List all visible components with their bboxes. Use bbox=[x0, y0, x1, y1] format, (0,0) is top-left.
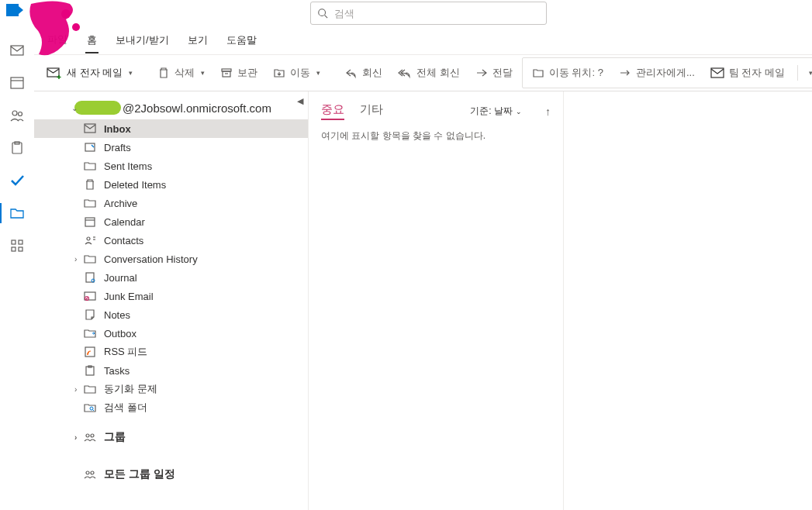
left-rail bbox=[0, 34, 34, 510]
outbox-icon bbox=[84, 328, 96, 339]
rail-calendar[interactable] bbox=[0, 67, 34, 99]
expand-icon: › bbox=[74, 255, 77, 264]
svg-point-10 bbox=[12, 111, 17, 115]
groups-label: 그룹 bbox=[104, 430, 126, 444]
folder-sent[interactable]: Sent Items bbox=[34, 157, 308, 175]
reply-all-icon bbox=[398, 67, 412, 79]
team-mail-label: 팀 전자 메일 bbox=[729, 66, 785, 80]
rail-more[interactable] bbox=[0, 229, 34, 262]
folder-journal[interactable]: Journal bbox=[34, 268, 308, 287]
move-label: 이동 bbox=[290, 66, 310, 80]
svg-point-11 bbox=[18, 112, 22, 116]
rail-todo[interactable] bbox=[0, 164, 34, 197]
forward-button[interactable]: 전달 bbox=[469, 63, 519, 83]
menu-bar: 파일 홈 보내기/받기 보기 도움말 bbox=[0, 26, 812, 54]
folder-drafts[interactable]: Drafts bbox=[34, 138, 308, 157]
team-mail-button[interactable]: 팀 전자 메일 bbox=[704, 63, 791, 83]
folder-notes[interactable]: Notes bbox=[34, 305, 308, 324]
tab-help[interactable]: 도움말 bbox=[217, 27, 266, 53]
reply-all-button[interactable]: 전체 회신 bbox=[392, 63, 466, 83]
archive-button[interactable]: 보관 bbox=[214, 63, 264, 83]
folder-outbox[interactable]: Outbox bbox=[34, 324, 308, 343]
folder-junk[interactable]: Junk Email bbox=[34, 287, 308, 305]
svg-rect-32 bbox=[86, 273, 94, 282]
search-folder-icon bbox=[84, 402, 96, 413]
account-header[interactable]: ⌄ @2Jobsowl.onmicrosoft.com bbox=[34, 91, 308, 119]
svg-rect-39 bbox=[86, 367, 94, 375]
folder-conversation-history[interactable]: › Conversation History bbox=[34, 250, 308, 268]
chevron-down-icon: ⌄ bbox=[516, 108, 522, 115]
svg-rect-4 bbox=[11, 46, 23, 55]
chevron-down-icon: ▾ bbox=[129, 69, 133, 77]
folder-calendar[interactable]: Calendar bbox=[34, 212, 308, 231]
svg-point-45 bbox=[86, 471, 89, 474]
search-box[interactable] bbox=[310, 2, 547, 25]
folder-archive[interactable]: Archive bbox=[34, 194, 308, 212]
tab-view[interactable]: 보기 bbox=[178, 27, 217, 53]
message-list-pane: 중요 기타 기준: 날짜 ⌄ ↑ 여기에 표시할 항목을 찾을 수 없습니다. bbox=[309, 91, 564, 510]
folder-sync-issues[interactable]: › 동기화 문제 bbox=[34, 380, 308, 398]
svg-point-41 bbox=[90, 407, 93, 410]
reply-button[interactable]: 회신 bbox=[339, 63, 389, 83]
new-mail-button[interactable]: 새 전자 메일 ▾ bbox=[40, 63, 139, 83]
svg-rect-17 bbox=[19, 247, 22, 251]
account-domain: @2Jobsowl.onmicrosoft.com bbox=[123, 102, 271, 115]
delete-label: 삭제 bbox=[174, 66, 195, 80]
folder-label: Notes bbox=[104, 309, 130, 321]
chevron-down-icon[interactable]: ▾ bbox=[806, 69, 812, 77]
redacted-name bbox=[74, 101, 121, 115]
folder-deleted[interactable]: Deleted Items bbox=[34, 175, 308, 194]
tasks-icon bbox=[84, 365, 96, 376]
expand-icon: ⌄ bbox=[71, 104, 78, 112]
svg-rect-27 bbox=[85, 218, 95, 226]
svg-line-42 bbox=[93, 410, 95, 412]
folder-label: Tasks bbox=[104, 365, 130, 377]
mail-plus-icon bbox=[47, 67, 62, 79]
delete-button[interactable]: 삭제 ▾ bbox=[151, 63, 211, 83]
folder-label: Drafts bbox=[104, 142, 131, 153]
sort-direction-toggle[interactable]: ↑ bbox=[545, 105, 551, 118]
folder-label: Outbox bbox=[104, 328, 136, 339]
sort-button[interactable]: 기준: 날짜 ⌄ bbox=[470, 105, 522, 118]
folder-search-folders[interactable]: 검색 폴더 bbox=[34, 398, 308, 417]
folder-rss[interactable]: RSS 피드 bbox=[34, 343, 308, 361]
folder-label: Conversation History bbox=[104, 253, 198, 265]
tab-file[interactable]: 파일 bbox=[37, 26, 78, 53]
rail-people[interactable] bbox=[0, 99, 34, 132]
folder-icon bbox=[84, 160, 96, 171]
trash-icon bbox=[84, 179, 96, 190]
svg-rect-5 bbox=[11, 78, 23, 88]
move-folder-icon bbox=[532, 67, 544, 79]
all-group-label: 모든 그룹 일정 bbox=[104, 467, 175, 481]
rail-tasks[interactable] bbox=[0, 132, 34, 164]
mail-icon bbox=[710, 67, 724, 78]
all-group-calendar[interactable]: 모든 그룹 일정 bbox=[34, 463, 308, 485]
groups-header[interactable]: › 그룹 bbox=[34, 426, 308, 448]
folder-icon bbox=[84, 198, 96, 208]
archive-label: 보관 bbox=[237, 66, 257, 80]
new-mail-label: 새 전자 메일 bbox=[67, 66, 123, 80]
folder-inbox[interactable]: Inbox bbox=[34, 119, 308, 138]
folder-label: Archive bbox=[104, 198, 137, 209]
pivot-focused[interactable]: 중요 bbox=[321, 102, 344, 120]
to-manager-button[interactable]: 관리자에게... bbox=[613, 63, 701, 83]
folder-tasks[interactable]: Tasks bbox=[34, 361, 308, 380]
chevron-down-icon: ▾ bbox=[316, 69, 320, 77]
pivot-other[interactable]: 기타 bbox=[360, 102, 383, 120]
tab-send-receive[interactable]: 보내기/받기 bbox=[106, 27, 178, 53]
folder-contacts[interactable]: Contacts bbox=[34, 231, 308, 250]
expand-icon: › bbox=[74, 433, 77, 442]
rss-icon bbox=[84, 346, 96, 357]
rail-folders[interactable] bbox=[0, 197, 34, 229]
tab-home[interactable]: 홈 bbox=[78, 27, 106, 53]
rail-mail[interactable] bbox=[0, 34, 34, 67]
svg-point-29 bbox=[87, 237, 90, 240]
svg-point-43 bbox=[86, 434, 89, 437]
move-button[interactable]: 이동 ▾ bbox=[267, 63, 327, 83]
folder-label: 검색 폴더 bbox=[104, 401, 147, 415]
move-to-button[interactable]: 이동 위치: ? bbox=[526, 63, 610, 83]
search-input[interactable] bbox=[334, 8, 540, 19]
expand-icon: › bbox=[74, 385, 77, 394]
folder-label: Contacts bbox=[104, 235, 143, 246]
ribbon: 새 전자 메일 ▾ 삭제 ▾ 보관 이동 ▾ 회신 전체 회신 전달 이동 위치… bbox=[34, 54, 812, 91]
